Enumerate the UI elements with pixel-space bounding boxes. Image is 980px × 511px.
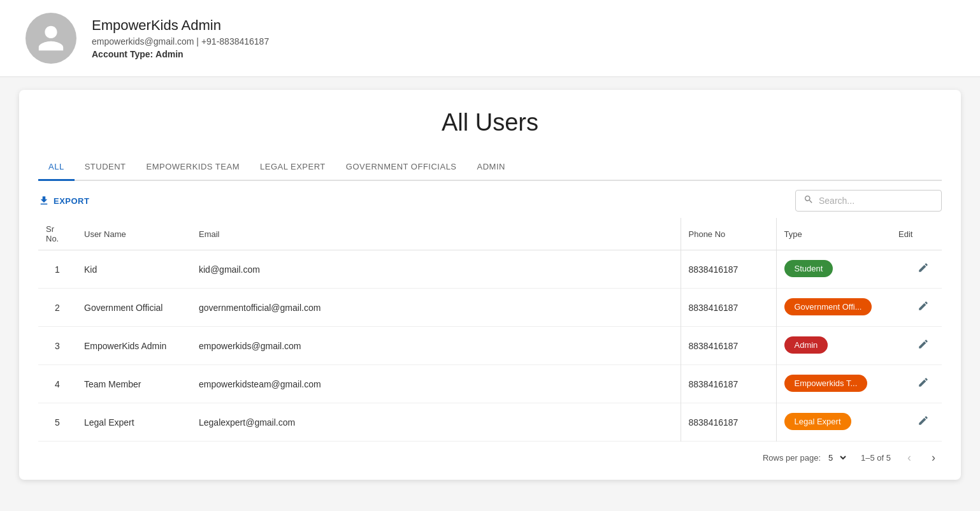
pencil-icon: [918, 338, 929, 350]
cell-phone: 8838416187: [681, 327, 776, 365]
pencil-icon: [918, 377, 929, 388]
tab-empowerkids-team[interactable]: EMPOWERKIDS TEAM: [136, 154, 250, 181]
cell-phone: 8838416187: [681, 289, 776, 327]
rows-per-page-control: Rows per page: 5 10 25: [763, 452, 848, 463]
header-info: EmpowerKids Admin empowerkids@gmail.com …: [92, 17, 269, 59]
cell-email: governmentofficial@gmail.com: [191, 289, 681, 327]
type-badge: Empowerkids T...: [784, 375, 868, 392]
col-header-email: Email: [191, 218, 681, 250]
tab-government-officials[interactable]: GOVERNMENT OFFICIALS: [336, 154, 467, 181]
cell-email: empowerkids@gmail.com: [191, 327, 681, 365]
cell-phone: 8838416187: [681, 250, 776, 289]
cell-edit: [891, 250, 942, 289]
pencil-icon: [918, 300, 929, 312]
table-footer: Rows per page: 5 10 25 1–5 of 5 ‹ ›: [38, 442, 942, 467]
col-header-username: User Name: [76, 218, 191, 250]
pagination-next-button[interactable]: ›: [928, 450, 939, 464]
cell-username: Legal Expert: [76, 403, 191, 442]
table-row: 1 Kid kid@gmail.com 8838416187 Student: [38, 250, 942, 289]
edit-button[interactable]: [912, 374, 934, 394]
account-type: Account Type: Admin: [92, 49, 269, 59]
cell-srno: 2: [38, 289, 76, 327]
cell-srno: 1: [38, 250, 76, 289]
tab-all[interactable]: ALL: [38, 154, 75, 181]
table-row: 4 Team Member empowerkidsteam@gmail.com …: [38, 365, 942, 403]
tabs-bar: ALL STUDENT EMPOWERKIDS TEAM LEGAL EXPER…: [38, 154, 942, 181]
rows-per-page-select[interactable]: 5 10 25: [826, 452, 848, 463]
tab-admin[interactable]: ADMIN: [467, 154, 515, 181]
cell-phone: 8838416187: [681, 365, 776, 403]
cell-username: EmpowerKids Admin: [76, 327, 191, 365]
cell-edit: [891, 365, 942, 403]
avatar: [25, 13, 76, 64]
cell-edit: [891, 289, 942, 327]
edit-button[interactable]: [912, 298, 934, 317]
col-header-srno: Sr No.: [38, 218, 76, 250]
table-row: 3 EmpowerKids Admin empowerkids@gmail.co…: [38, 327, 942, 365]
cell-phone: 8838416187: [681, 403, 776, 442]
col-header-edit: Edit: [891, 218, 942, 250]
search-box: [795, 190, 942, 212]
cell-email: empowerkidsteam@gmail.com: [191, 365, 681, 403]
table-row: 5 Legal Expert Legalexpert@gmail.com 883…: [38, 403, 942, 442]
cell-srno: 4: [38, 365, 76, 403]
account-type-label: Account Type:: [92, 49, 153, 59]
page-title: All Users: [38, 109, 942, 136]
type-badge: Admin: [784, 336, 828, 354]
rows-per-page-label: Rows per page:: [763, 453, 821, 463]
cell-edit: [891, 327, 942, 365]
tab-legal-expert[interactable]: LEGAL EXPERT: [250, 154, 336, 181]
type-badge: Government Offi...: [784, 298, 872, 315]
cell-email: Legalexpert@gmail.com: [191, 403, 681, 442]
tab-student[interactable]: STUDENT: [75, 154, 136, 181]
export-icon: [38, 195, 50, 206]
search-input[interactable]: [819, 196, 933, 206]
account-type-value: Admin: [155, 49, 184, 59]
cell-username: Government Official: [76, 289, 191, 327]
cell-type: Government Offi...: [776, 289, 891, 327]
pagination-range: 1–5 of 5: [861, 453, 891, 463]
header: EmpowerKids Admin empowerkids@gmail.com …: [0, 0, 980, 77]
edit-button[interactable]: [912, 412, 934, 432]
cell-username: Kid: [76, 250, 191, 289]
export-button[interactable]: EXPORT: [38, 195, 89, 206]
admin-contact: empowerkids@gmail.com | +91-8838416187: [92, 36, 269, 47]
cell-srno: 5: [38, 403, 76, 442]
admin-name: EmpowerKids Admin: [92, 17, 269, 34]
cell-srno: 3: [38, 327, 76, 365]
cell-type: Legal Expert: [776, 403, 891, 442]
table-header-row: Sr No. User Name Email Phone No Type Edi…: [38, 218, 942, 250]
pagination-prev-button[interactable]: ‹: [904, 450, 915, 464]
type-badge: Student: [784, 260, 833, 277]
table-row: 2 Government Official governmentofficial…: [38, 289, 942, 327]
search-icon: [803, 194, 814, 207]
cell-email: kid@gmail.com: [191, 250, 681, 289]
col-header-phone: Phone No: [681, 218, 776, 250]
cell-username: Team Member: [76, 365, 191, 403]
cell-edit: [891, 403, 942, 442]
person-icon: [36, 23, 66, 54]
cell-type: Student: [776, 250, 891, 289]
toolbar: EXPORT: [38, 181, 942, 218]
export-label: EXPORT: [54, 196, 89, 206]
type-badge: Legal Expert: [784, 413, 851, 430]
pencil-icon: [918, 262, 929, 273]
cell-type: Empowerkids T...: [776, 365, 891, 403]
edit-button[interactable]: [912, 336, 934, 356]
users-table: Sr No. User Name Email Phone No Type Edi…: [38, 218, 942, 442]
edit-button[interactable]: [912, 259, 934, 279]
main-container: All Users ALL STUDENT EMPOWERKIDS TEAM L…: [19, 90, 961, 480]
pencil-icon: [918, 415, 929, 426]
cell-type: Admin: [776, 327, 891, 365]
col-header-type: Type: [776, 218, 891, 250]
